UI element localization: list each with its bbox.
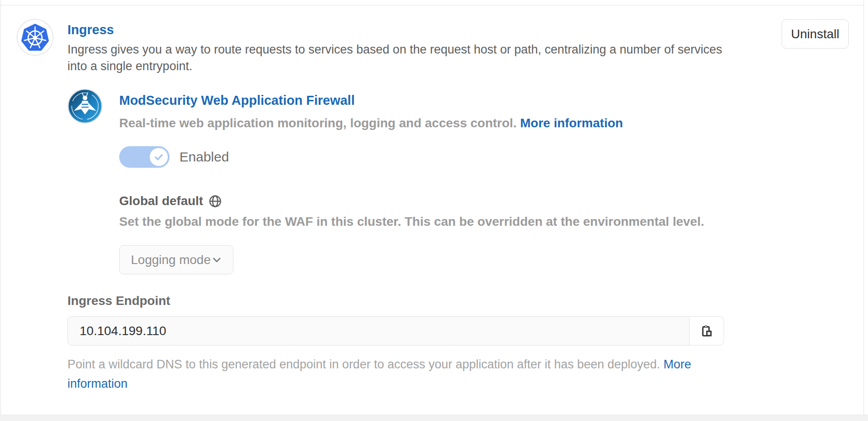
ingress-endpoint-help: Point a wildcard DNS to this generated e… [67,355,744,394]
next-section-edge [0,415,868,421]
modsecurity-description-text: Real-time web application monitoring, lo… [119,116,517,130]
ingress-endpoint-input[interactable] [67,316,689,345]
ingress-description: Ingress gives you a way to route request… [67,41,724,75]
card-right-border [864,0,864,415]
modsecurity-more-information-link[interactable]: More information [520,116,623,130]
ingress-endpoint-label: Ingress Endpoint [67,294,170,308]
clipboard-copy-icon [700,324,713,338]
modsecurity-logo-icon [67,88,103,124]
kubernetes-logo-icon [17,19,54,56]
modsecurity-title-link[interactable]: ModSecurity Web Application Firewall [119,93,355,108]
check-icon [153,152,164,162]
global-default-text: Global default [119,194,203,208]
modsecurity-enabled-toggle[interactable] [119,146,170,168]
modsecurity-description: Real-time web application monitoring, lo… [119,116,623,130]
ingress-title-link[interactable]: Ingress [67,22,114,37]
copy-endpoint-button[interactable] [689,316,724,345]
global-default-label: Global default [119,194,222,208]
waf-mode-dropdown[interactable]: Logging mode [119,245,233,274]
ingress-endpoint-group [67,316,724,345]
global-default-description: Set the global mode for the WAF in this … [119,215,704,229]
card-top-border [1,5,864,5]
modsecurity-toggle-row: Enabled [119,146,229,168]
endpoint-help-text: Point a wildcard DNS to this generated e… [67,358,660,371]
toggle-state-label: Enabled [179,149,229,165]
card-left-border [0,0,1,415]
uninstall-button[interactable]: Uninstall [782,19,849,49]
globe-icon [208,194,222,208]
toggle-knob [150,148,168,166]
waf-mode-selected-value: Logging mode [131,253,210,267]
cluster-applications-panel: Ingress Ingress gives you a way to route… [0,0,868,421]
chevron-down-icon [212,255,222,265]
